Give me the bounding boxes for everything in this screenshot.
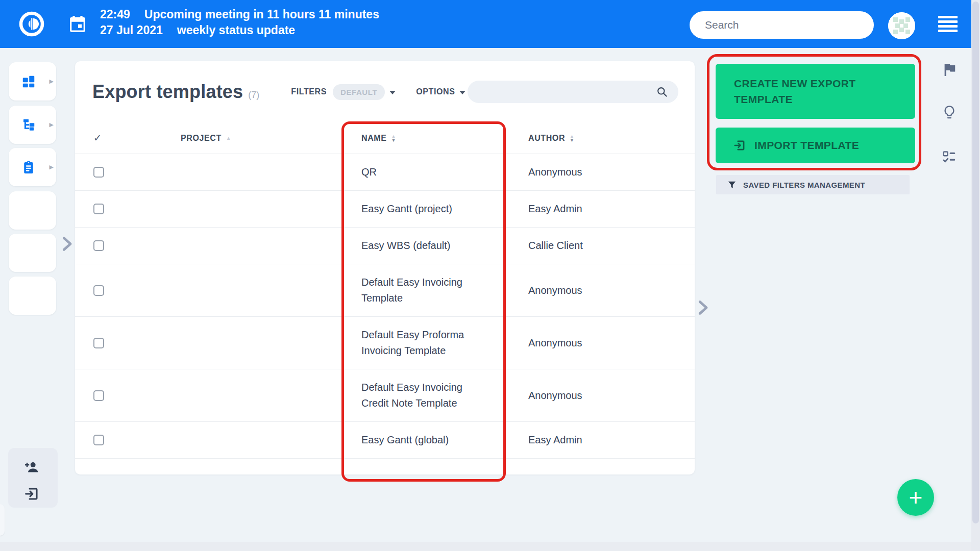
template-name-link[interactable]: QR <box>343 154 511 190</box>
list-toolbar: Export templates (7) FILTERS DEFAULT OPT… <box>75 61 695 122</box>
checklist-icon[interactable] <box>942 149 957 165</box>
row-checkbox[interactable] <box>75 390 114 401</box>
calendar-icon[interactable] <box>67 14 88 34</box>
author-cell: Anonymous <box>511 390 695 402</box>
sidebar-item-projects[interactable]: ▶ <box>9 106 56 144</box>
login-icon[interactable] <box>23 486 40 502</box>
filters-dropdown[interactable]: FILTERS DEFAULT <box>291 84 396 100</box>
row-checkbox[interactable] <box>75 204 114 214</box>
column-header-author[interactable]: AUTHOR ▲▼ <box>511 134 695 143</box>
chevron-down-icon <box>389 91 396 94</box>
table-row: Default Easy Proforma Invoicing Template… <box>75 317 695 369</box>
horizontal-scrollbar[interactable] <box>0 542 971 551</box>
import-icon <box>733 139 746 152</box>
tree-icon <box>21 117 36 133</box>
sidebar-item-empty-3[interactable] <box>9 277 56 315</box>
flag-icon[interactable] <box>942 62 957 78</box>
add-new-fab-button[interactable]: + <box>897 479 934 516</box>
table-row: Easy WBS (default)Callie Client <box>75 228 695 264</box>
row-checkbox[interactable] <box>75 167 114 178</box>
author-cell: Callie Client <box>511 240 695 252</box>
row-checkbox[interactable] <box>75 285 114 296</box>
global-search <box>690 11 874 39</box>
app-logo-icon[interactable] <box>18 11 45 37</box>
template-name-link[interactable]: Easy Gantt (global) <box>343 422 511 458</box>
select-all-checkmark[interactable]: ✓ <box>75 132 114 144</box>
sidebar-item-tasks[interactable]: ▶ <box>9 148 56 186</box>
page-title: Export templates <box>92 81 243 103</box>
options-dropdown[interactable]: OPTIONS <box>416 87 465 96</box>
template-name-link[interactable]: Easy WBS (default) <box>343 228 511 264</box>
chevron-right-icon: ▶ <box>50 121 54 128</box>
template-search-input[interactable] <box>468 86 656 97</box>
vertical-scrollbar[interactable] <box>971 0 980 551</box>
table-row: QRAnonymous <box>75 154 695 191</box>
chevron-right-icon: ▶ <box>50 78 54 85</box>
chevron-right-icon: ▶ <box>50 164 54 170</box>
collapsed-panel-tab[interactable] <box>0 504 5 536</box>
template-name-link[interactable]: Default Easy Proforma Invoicing Template <box>343 317 511 369</box>
template-name-link[interactable]: Easy Gantt (project) <box>343 191 511 227</box>
record-count: (7) <box>248 90 259 101</box>
sort-icons: ▲▼ <box>391 134 397 142</box>
sidebar-item-empty-1[interactable] <box>9 191 56 230</box>
sidebar-expand-chevron-icon[interactable] <box>58 234 76 254</box>
meeting-date: 27 Jul 2021 <box>100 22 163 38</box>
create-new-export-template-button[interactable]: CREATE NEW EXPORT TEMPLATE <box>716 64 915 119</box>
author-cell: Easy Admin <box>511 203 695 215</box>
app-window: 22:49 Upcoming meeting in 11 hours 11 mi… <box>0 0 980 551</box>
table-row: Default Easy Invoicing Credit Note Templ… <box>75 369 695 422</box>
global-search-input[interactable] <box>690 19 874 31</box>
meeting-banner[interactable]: 22:49 Upcoming meeting in 11 hours 11 mi… <box>100 7 379 38</box>
table-row: Default Easy Invoicing TemplateAnonymous <box>75 264 695 317</box>
row-checkbox[interactable] <box>75 338 114 348</box>
scrollbar-thumb[interactable] <box>972 2 979 523</box>
table-row: Easy Gantt (project)Easy Admin <box>75 191 695 228</box>
table-header-row: ✓ PROJECT ▲ NAME ▲▼ AUTHOR ▲▼ <box>75 122 695 154</box>
template-name-link[interactable]: Default Easy Invoicing Template <box>343 264 511 316</box>
saved-filters-management-button[interactable]: SAVED FILTERS MANAGEMENT <box>716 175 910 194</box>
clipboard-icon <box>21 160 36 175</box>
meeting-title: weekly status update <box>177 22 295 38</box>
export-templates-card: Export templates (7) FILTERS DEFAULT OPT… <box>75 61 695 474</box>
author-cell: Anonymous <box>511 337 695 349</box>
sort-asc-icon: ▲ <box>226 135 232 141</box>
row-checkbox[interactable] <box>75 435 114 445</box>
author-cell: Easy Admin <box>511 434 695 446</box>
table-row: Easy Gantt (global)Easy Admin <box>75 422 695 459</box>
add-user-icon[interactable] <box>23 459 40 475</box>
table-body: QRAnonymousEasy Gantt (project)Easy Admi… <box>75 154 695 459</box>
top-bar: 22:49 Upcoming meeting in 11 hours 11 mi… <box>0 0 971 48</box>
sidebar-item-dashboard[interactable]: ▶ <box>9 62 56 101</box>
funnel-icon <box>727 180 737 189</box>
meeting-notice: Upcoming meeting in 11 hours 11 minutes <box>144 7 379 22</box>
import-template-button[interactable]: IMPORT TEMPLATE <box>716 128 915 163</box>
sidebar-item-empty-2[interactable] <box>9 234 56 272</box>
hamburger-menu-icon[interactable] <box>938 16 958 34</box>
clock-time: 22:49 <box>100 7 130 22</box>
sidebar-bottom-panel <box>8 448 58 508</box>
author-cell: Anonymous <box>511 285 695 296</box>
template-name-link[interactable]: Default Easy Invoicing Credit Note Templ… <box>343 369 511 421</box>
panel-expand-chevron-icon[interactable] <box>694 298 712 317</box>
lightbulb-icon[interactable] <box>942 105 957 120</box>
filters-value-badge: DEFAULT <box>333 84 385 100</box>
chevron-down-icon <box>459 91 465 94</box>
dashboard-icon <box>21 74 36 89</box>
template-search <box>468 81 678 103</box>
search-icon[interactable] <box>656 86 668 98</box>
author-cell: Anonymous <box>511 166 695 178</box>
row-checkbox[interactable] <box>75 240 114 251</box>
sort-icons: ▲▼ <box>570 134 575 142</box>
avatar[interactable] <box>888 12 915 39</box>
column-header-project[interactable]: PROJECT ▲ <box>114 134 343 143</box>
column-header-name[interactable]: NAME ▲▼ <box>343 134 511 143</box>
